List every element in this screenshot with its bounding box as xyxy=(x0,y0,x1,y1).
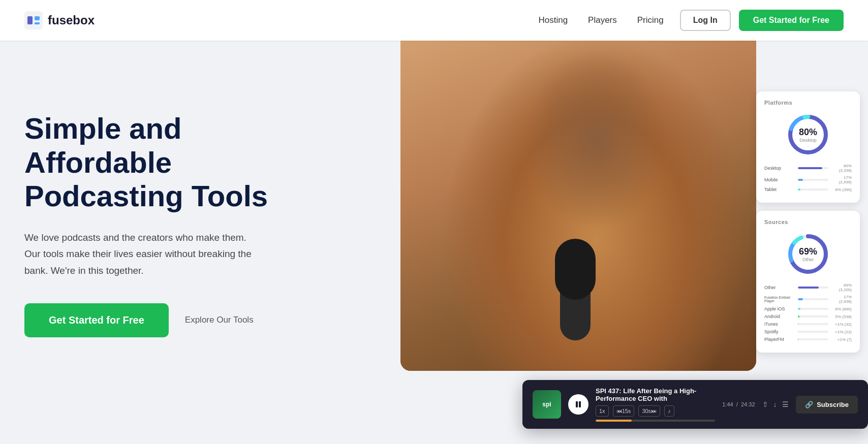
hero-subtitle: We love podcasts and the creators who ma… xyxy=(24,230,258,279)
sources-donut-label: 69% Other xyxy=(799,246,817,262)
player-controls: 1x ⏮15s 30s⏭ ♪ xyxy=(596,405,715,417)
nav-players[interactable]: Players xyxy=(588,15,617,25)
player-rewind-button[interactable]: ⏮15s xyxy=(613,405,635,417)
svg-rect-3 xyxy=(35,22,40,24)
sources-val-0: 69% (3,200) xyxy=(831,283,852,292)
sources-val-1: 17% (2,938) xyxy=(831,295,852,304)
platforms-row-0: Desktop 80% (3,338) xyxy=(764,164,852,173)
sources-row-1: Fusebox Embed Player 17% (2,938) xyxy=(764,295,852,304)
sources-donut: 69% Other xyxy=(785,231,831,277)
player-time: 1:44 / 24:32 xyxy=(722,401,755,407)
sources-bar-bg-4 xyxy=(798,323,828,325)
platforms-bar-bg-2 xyxy=(798,188,828,191)
platforms-bar-2 xyxy=(798,188,800,191)
platforms-label-1: Mobile xyxy=(764,177,795,182)
subscribe-icon: 🔗 xyxy=(805,401,813,408)
brand-name: fusebox xyxy=(48,13,95,27)
sources-val-6: <1% (7) xyxy=(831,337,852,342)
platforms-row-2: Tablet 8% (390) xyxy=(764,187,852,192)
svg-rect-13 xyxy=(579,401,581,407)
sources-label-0: Other xyxy=(764,285,795,290)
sources-label-2: Apple iOS xyxy=(764,306,795,311)
player-forward-button[interactable]: 30s⏭ xyxy=(638,405,660,417)
hero-text-block: Simple and Affordable Podcasting Tools W… xyxy=(24,81,309,337)
platforms-donut-label: 80% Desktop xyxy=(799,127,817,143)
player-play-button[interactable] xyxy=(568,394,588,415)
sources-label-4: iTunes xyxy=(764,322,795,327)
download-icon[interactable]: ↓ xyxy=(773,400,777,408)
logo-link[interactable]: fusebox xyxy=(24,11,95,29)
platforms-bar-1 xyxy=(798,179,803,181)
explore-link[interactable]: Explore Our Tools xyxy=(185,315,254,325)
sources-row-3: Android 5% (538) xyxy=(764,314,852,319)
svg-rect-1 xyxy=(27,16,33,24)
nav-pricing[interactable]: Pricing xyxy=(637,15,664,25)
platforms-bar-bg-0 xyxy=(798,167,828,169)
sources-pct: 69% xyxy=(799,246,817,257)
player-time-current: 1:44 xyxy=(722,401,733,407)
player-progress-bar[interactable] xyxy=(596,420,715,422)
sources-val-4: <1% (32) xyxy=(831,322,852,327)
subscribe-label: Subscribe xyxy=(817,401,849,408)
fusebox-logo-icon xyxy=(24,11,43,29)
subscribe-button[interactable]: 🔗 Subscribe xyxy=(796,396,858,414)
platforms-donut: 80% Desktop xyxy=(785,112,831,157)
player-extras-button[interactable]: ♪ xyxy=(664,405,674,417)
navbar: fusebox Hosting Players Pricing Log In G… xyxy=(0,0,868,41)
sources-bar-bg-2 xyxy=(798,308,828,310)
hero-actions: Get Started for Free Explore Our Tools xyxy=(24,303,309,337)
platforms-card: Platforms 80% Desktop xyxy=(756,91,860,203)
sources-donut-container: 69% Other xyxy=(764,231,852,277)
sources-bar-bg-6 xyxy=(798,338,828,340)
sources-bar-bg-5 xyxy=(798,331,828,333)
sources-card: Sources 69% Other xyxy=(756,211,860,353)
stats-cards: Platforms 80% Desktop xyxy=(756,91,868,353)
sources-label-6: PlayerFM xyxy=(764,337,795,342)
svg-rect-12 xyxy=(576,401,578,407)
hero-visual: Platforms 80% Desktop xyxy=(411,41,868,444)
platforms-bar-bg-1 xyxy=(798,179,828,181)
share-icon[interactable]: ⇧ xyxy=(762,400,768,408)
sources-val-5: <1% (22) xyxy=(831,330,852,334)
player-progress-fill xyxy=(596,420,632,422)
sources-row-6: PlayerFM <1% (7) xyxy=(764,337,852,342)
platforms-row-1: Mobile 17% (2,936) xyxy=(764,175,852,184)
sources-bar-bg-1 xyxy=(798,298,828,300)
platforms-bar-0 xyxy=(798,167,822,169)
player-speed-button[interactable]: 1x xyxy=(596,405,609,417)
sources-sub: Other xyxy=(799,257,817,262)
player-info: SPI 437: Life After Being a High-Perform… xyxy=(596,387,715,422)
nav-links: Hosting Players Pricing xyxy=(538,15,663,25)
platforms-label-0: Desktop xyxy=(764,166,795,171)
nav-hosting[interactable]: Hosting xyxy=(538,15,568,25)
hero-photo xyxy=(400,41,756,371)
sources-bar-bg-3 xyxy=(798,315,828,318)
nav-cta-button[interactable]: Get Started for Free xyxy=(739,10,844,31)
player-bar: spi SPI 437: Life After Being a High-Per… xyxy=(522,380,868,429)
sources-bar-bg-0 xyxy=(798,287,828,289)
sources-row-2: Apple iOS 8% (890) xyxy=(764,306,852,311)
player-thumb-text: spi xyxy=(542,401,551,407)
login-button[interactable]: Log In xyxy=(680,10,731,31)
hero-cta-button[interactable]: Get Started for Free xyxy=(24,303,169,337)
sources-rows: Other 69% (3,200) Fusebox Embed Player 1… xyxy=(764,283,852,342)
player-episode-title: SPI 437: Life After Being a High-Perform… xyxy=(596,387,715,402)
platforms-val-0: 80% (3,338) xyxy=(831,164,852,173)
player-thumbnail: spi xyxy=(533,390,561,419)
hero-title: Simple and Affordable Podcasting Tools xyxy=(24,112,309,213)
player-time-total: 24:32 xyxy=(741,401,755,407)
platforms-rows: Desktop 80% (3,338) Mobile 17% (2,936) xyxy=(764,164,852,192)
sources-val-2: 8% (890) xyxy=(831,307,852,311)
platforms-donut-container: 80% Desktop xyxy=(764,112,852,157)
hero-section: Simple and Affordable Podcasting Tools W… xyxy=(0,41,868,444)
platforms-sub: Desktop xyxy=(799,138,817,143)
player-icons: ⇧ ↓ ☰ xyxy=(762,400,789,408)
svg-rect-2 xyxy=(35,16,40,20)
sources-row-0: Other 69% (3,200) xyxy=(764,283,852,292)
sources-row-4: iTunes <1% (32) xyxy=(764,322,852,327)
sources-row-5: Spotify <1% (22) xyxy=(764,329,852,334)
sources-label-1: Fusebox Embed Player xyxy=(764,296,795,303)
menu-icon[interactable]: ☰ xyxy=(782,400,789,408)
platforms-val-1: 17% (2,936) xyxy=(831,175,852,184)
platforms-label-2: Tablet xyxy=(764,187,795,192)
